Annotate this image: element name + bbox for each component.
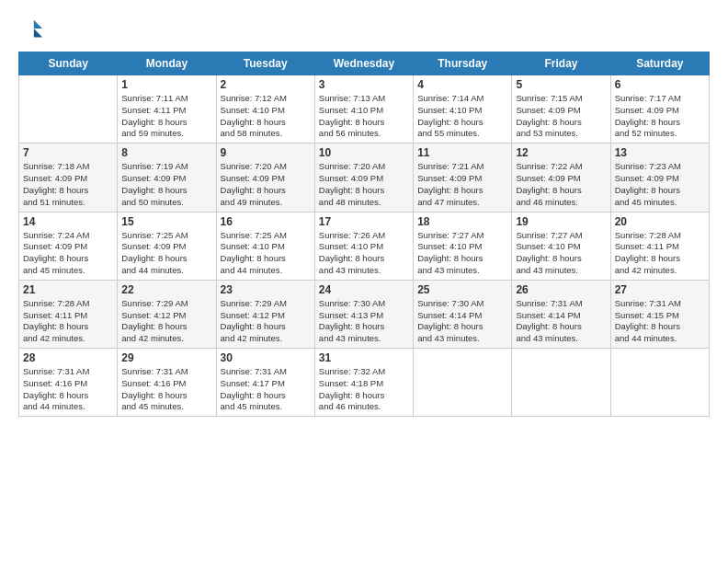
day-info: Sunrise: 7:23 AMSunset: 4:09 PMDaylight:…	[615, 161, 705, 208]
day-info: Sunrise: 7:17 AMSunset: 4:09 PMDaylight:…	[615, 93, 705, 140]
day-number: 7	[23, 146, 113, 159]
day-number: 17	[319, 215, 409, 228]
calendar-cell	[610, 349, 709, 417]
day-info: Sunrise: 7:31 AMSunset: 4:16 PMDaylight:…	[23, 366, 113, 413]
calendar-cell: 15Sunrise: 7:25 AMSunset: 4:09 PMDayligh…	[118, 212, 216, 280]
day-info: Sunrise: 7:18 AMSunset: 4:09 PMDaylight:…	[23, 161, 113, 208]
day-info: Sunrise: 7:31 AMSunset: 4:14 PMDaylight:…	[516, 298, 606, 345]
calendar-cell: 24Sunrise: 7:30 AMSunset: 4:13 PMDayligh…	[314, 280, 413, 348]
day-number: 19	[516, 215, 606, 228]
weekday-saturday: Saturday	[610, 52, 709, 75]
svg-marker-0	[34, 20, 42, 29]
calendar-cell: 9Sunrise: 7:20 AMSunset: 4:09 PMDaylight…	[216, 144, 314, 212]
day-number: 9	[221, 146, 311, 159]
calendar-cell: 3Sunrise: 7:13 AMSunset: 4:10 PMDaylight…	[314, 75, 413, 144]
day-number: 8	[121, 146, 211, 159]
day-info: Sunrise: 7:28 AMSunset: 4:11 PMDaylight:…	[615, 230, 705, 277]
day-number: 27	[615, 283, 705, 296]
calendar-cell: 12Sunrise: 7:22 AMSunset: 4:09 PMDayligh…	[512, 144, 610, 212]
day-number: 22	[121, 283, 211, 296]
day-info: Sunrise: 7:31 AMSunset: 4:15 PMDaylight:…	[615, 298, 705, 345]
day-info: Sunrise: 7:29 AMSunset: 4:12 PMDaylight:…	[221, 298, 311, 345]
day-number: 23	[221, 283, 311, 296]
logo	[18, 17, 48, 42]
calendar-cell: 6Sunrise: 7:17 AMSunset: 4:09 PMDaylight…	[610, 75, 709, 144]
weekday-header-row: SundayMondayTuesdayWednesdayThursdayFrid…	[19, 52, 710, 75]
day-info: Sunrise: 7:14 AMSunset: 4:10 PMDaylight:…	[417, 93, 507, 140]
calendar-cell	[512, 349, 610, 417]
day-number: 2	[221, 78, 311, 91]
calendar-cell: 30Sunrise: 7:31 AMSunset: 4:17 PMDayligh…	[216, 349, 314, 417]
day-number: 3	[319, 78, 409, 91]
day-info: Sunrise: 7:25 AMSunset: 4:09 PMDaylight:…	[121, 230, 211, 277]
calendar-cell: 31Sunrise: 7:32 AMSunset: 4:18 PMDayligh…	[314, 349, 413, 417]
calendar-cell: 5Sunrise: 7:15 AMSunset: 4:09 PMDaylight…	[512, 75, 610, 144]
day-number: 26	[516, 283, 606, 296]
calendar-cell: 21Sunrise: 7:28 AMSunset: 4:11 PMDayligh…	[19, 280, 118, 348]
calendar-cell: 2Sunrise: 7:12 AMSunset: 4:10 PMDaylight…	[216, 75, 314, 144]
page: SundayMondayTuesdayWednesdayThursdayFrid…	[0, 0, 728, 563]
weekday-sunday: Sunday	[19, 52, 118, 75]
calendar-cell: 25Sunrise: 7:30 AMSunset: 4:14 PMDayligh…	[414, 280, 512, 348]
calendar-cell: 11Sunrise: 7:21 AMSunset: 4:09 PMDayligh…	[414, 144, 512, 212]
weekday-friday: Friday	[512, 52, 610, 75]
calendar-cell: 14Sunrise: 7:24 AMSunset: 4:09 PMDayligh…	[19, 212, 118, 280]
day-info: Sunrise: 7:30 AMSunset: 4:13 PMDaylight:…	[319, 298, 409, 345]
calendar-table: SundayMondayTuesdayWednesdayThursdayFrid…	[18, 52, 710, 417]
day-info: Sunrise: 7:11 AMSunset: 4:11 PMDaylight:…	[121, 93, 211, 140]
day-info: Sunrise: 7:15 AMSunset: 4:09 PMDaylight:…	[516, 93, 606, 140]
calendar-cell: 17Sunrise: 7:26 AMSunset: 4:10 PMDayligh…	[314, 212, 413, 280]
calendar-cell: 27Sunrise: 7:31 AMSunset: 4:15 PMDayligh…	[610, 280, 709, 348]
calendar-cell: 28Sunrise: 7:31 AMSunset: 4:16 PMDayligh…	[19, 349, 118, 417]
week-row-4: 21Sunrise: 7:28 AMSunset: 4:11 PMDayligh…	[19, 280, 710, 348]
calendar-cell: 10Sunrise: 7:20 AMSunset: 4:09 PMDayligh…	[314, 144, 413, 212]
day-info: Sunrise: 7:22 AMSunset: 4:09 PMDaylight:…	[516, 161, 606, 208]
week-row-2: 7Sunrise: 7:18 AMSunset: 4:09 PMDaylight…	[19, 144, 710, 212]
week-row-1: 1Sunrise: 7:11 AMSunset: 4:11 PMDaylight…	[19, 75, 710, 144]
weekday-tuesday: Tuesday	[216, 52, 314, 75]
svg-marker-1	[34, 29, 42, 37]
calendar-cell: 18Sunrise: 7:27 AMSunset: 4:10 PMDayligh…	[414, 212, 512, 280]
calendar-cell: 4Sunrise: 7:14 AMSunset: 4:10 PMDaylight…	[414, 75, 512, 144]
day-info: Sunrise: 7:20 AMSunset: 4:09 PMDaylight:…	[221, 161, 311, 208]
logo-icon	[18, 17, 44, 42]
calendar-cell	[19, 75, 118, 144]
calendar-cell: 29Sunrise: 7:31 AMSunset: 4:16 PMDayligh…	[118, 349, 216, 417]
week-row-5: 28Sunrise: 7:31 AMSunset: 4:16 PMDayligh…	[19, 349, 710, 417]
day-info: Sunrise: 7:12 AMSunset: 4:10 PMDaylight:…	[221, 93, 311, 140]
day-info: Sunrise: 7:27 AMSunset: 4:10 PMDaylight:…	[417, 230, 507, 277]
day-number: 6	[615, 78, 705, 91]
day-info: Sunrise: 7:27 AMSunset: 4:10 PMDaylight:…	[516, 230, 606, 277]
week-row-3: 14Sunrise: 7:24 AMSunset: 4:09 PMDayligh…	[19, 212, 710, 280]
calendar-cell: 22Sunrise: 7:29 AMSunset: 4:12 PMDayligh…	[118, 280, 216, 348]
day-number: 14	[23, 215, 113, 228]
header	[18, 17, 710, 42]
weekday-monday: Monday	[118, 52, 216, 75]
day-number: 12	[516, 146, 606, 159]
day-info: Sunrise: 7:21 AMSunset: 4:09 PMDaylight:…	[417, 161, 507, 208]
weekday-thursday: Thursday	[414, 52, 512, 75]
day-number: 30	[221, 351, 311, 364]
calendar-cell: 7Sunrise: 7:18 AMSunset: 4:09 PMDaylight…	[19, 144, 118, 212]
day-number: 28	[23, 351, 113, 364]
calendar-cell: 19Sunrise: 7:27 AMSunset: 4:10 PMDayligh…	[512, 212, 610, 280]
day-info: Sunrise: 7:19 AMSunset: 4:09 PMDaylight:…	[121, 161, 211, 208]
calendar-cell: 23Sunrise: 7:29 AMSunset: 4:12 PMDayligh…	[216, 280, 314, 348]
calendar-cell: 26Sunrise: 7:31 AMSunset: 4:14 PMDayligh…	[512, 280, 610, 348]
day-number: 24	[319, 283, 409, 296]
weekday-wednesday: Wednesday	[314, 52, 413, 75]
day-number: 16	[221, 215, 311, 228]
day-info: Sunrise: 7:26 AMSunset: 4:10 PMDaylight:…	[319, 230, 409, 277]
day-number: 11	[417, 146, 507, 159]
day-info: Sunrise: 7:20 AMSunset: 4:09 PMDaylight:…	[319, 161, 409, 208]
day-number: 21	[23, 283, 113, 296]
day-info: Sunrise: 7:31 AMSunset: 4:16 PMDaylight:…	[121, 366, 211, 413]
day-info: Sunrise: 7:28 AMSunset: 4:11 PMDaylight:…	[23, 298, 113, 345]
calendar-cell: 13Sunrise: 7:23 AMSunset: 4:09 PMDayligh…	[610, 144, 709, 212]
day-info: Sunrise: 7:29 AMSunset: 4:12 PMDaylight:…	[121, 298, 211, 345]
calendar-cell: 16Sunrise: 7:25 AMSunset: 4:10 PMDayligh…	[216, 212, 314, 280]
day-info: Sunrise: 7:30 AMSunset: 4:14 PMDaylight:…	[417, 298, 507, 345]
day-info: Sunrise: 7:31 AMSunset: 4:17 PMDaylight:…	[221, 366, 311, 413]
day-number: 20	[615, 215, 705, 228]
day-number: 1	[121, 78, 211, 91]
